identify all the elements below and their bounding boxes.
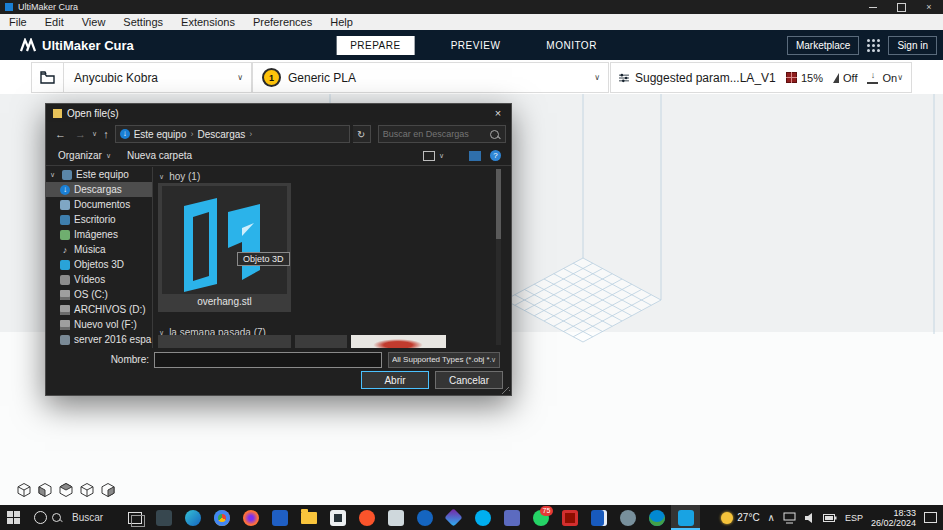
gray-app-button[interactable] bbox=[613, 505, 642, 530]
close-button[interactable]: × bbox=[915, 0, 943, 14]
taskbar-clock[interactable]: 18:33 26/02/2024 bbox=[871, 508, 916, 528]
up-button[interactable]: ↑ bbox=[100, 128, 112, 140]
menu-settings[interactable]: Settings bbox=[114, 14, 172, 30]
menu-bar: File Edit View Settings Extensions Prefe… bbox=[0, 14, 943, 31]
orange-app-button[interactable] bbox=[352, 505, 381, 530]
view-front-icon[interactable] bbox=[37, 482, 53, 498]
purple-app-button[interactable] bbox=[497, 505, 526, 530]
forward-button[interactable]: → bbox=[72, 128, 89, 140]
language-indicator[interactable]: ESP bbox=[845, 513, 863, 523]
hidden-icons-chevron[interactable]: ∧ bbox=[768, 512, 775, 523]
menu-file[interactable]: File bbox=[0, 14, 36, 30]
sidebar-item-server[interactable]: server 2016 espa bbox=[46, 332, 152, 347]
sidebar-item-3d-objects[interactable]: Objetos 3D bbox=[46, 257, 152, 272]
organize-button[interactable]: Organizar∨ bbox=[58, 150, 111, 161]
file-explorer-button[interactable] bbox=[294, 505, 323, 530]
sidebar-item-documents[interactable]: Documentos bbox=[46, 197, 152, 212]
network-icon[interactable] bbox=[783, 512, 796, 524]
resize-grip[interactable] bbox=[502, 386, 510, 394]
taskbar-search[interactable]: Buscar bbox=[26, 505, 120, 530]
sidebar-item-nuevo-vol-f[interactable]: Nuevo vol (F:) bbox=[46, 317, 152, 332]
minimize-button[interactable] bbox=[859, 0, 887, 14]
signin-button[interactable]: Sign in bbox=[888, 36, 937, 55]
view-mode-button[interactable]: ∨ bbox=[423, 151, 444, 161]
volume-icon[interactable] bbox=[804, 512, 815, 524]
breadcrumb-folder[interactable]: Descargas bbox=[197, 129, 245, 140]
cura-app-button[interactable] bbox=[671, 505, 700, 530]
view-3d-icon[interactable] bbox=[16, 482, 32, 498]
new-folder-button[interactable]: Nueva carpeta bbox=[127, 150, 192, 161]
view-top-icon[interactable] bbox=[58, 482, 74, 498]
dialog-search-input[interactable] bbox=[379, 129, 490, 139]
start-button[interactable] bbox=[0, 505, 26, 530]
group-header-today[interactable]: ∨ hoy (1) bbox=[159, 171, 503, 182]
file-item-partial[interactable] bbox=[295, 335, 347, 348]
acrobat-app-button[interactable] bbox=[555, 505, 584, 530]
file-list-scrollbar-thumb[interactable] bbox=[496, 169, 501, 239]
ultimaker-logo-icon bbox=[20, 38, 36, 52]
word-app-button[interactable] bbox=[584, 505, 613, 530]
material-selector[interactable]: 1 Generic PLA ∨ bbox=[252, 62, 609, 93]
sidebar-item-music[interactable]: ♪Música bbox=[46, 242, 152, 257]
chrome-app-button[interactable] bbox=[207, 505, 236, 530]
printer-selector[interactable]: Anycubic Kobra ∨ bbox=[31, 62, 252, 93]
apps-grid-icon[interactable] bbox=[867, 39, 880, 52]
sidebar-item-desktop[interactable]: Escritorio bbox=[46, 212, 152, 227]
menu-preferences[interactable]: Preferences bbox=[244, 14, 321, 30]
file-item-overhang[interactable]: overhang.stl bbox=[158, 183, 291, 312]
tab-prepare[interactable]: PREPARE bbox=[336, 36, 415, 55]
arrow-app-button[interactable] bbox=[642, 505, 671, 530]
history-chevron-icon[interactable]: ∨ bbox=[92, 130, 97, 138]
maximize-button[interactable] bbox=[887, 0, 915, 14]
print-settings-selector[interactable]: Suggested param...LA_V1.0 - 0.2mm 15% Of… bbox=[610, 62, 912, 93]
dialog-close-button[interactable]: × bbox=[485, 104, 511, 122]
calculator-app-button[interactable] bbox=[381, 505, 410, 530]
edge-app-button[interactable] bbox=[178, 505, 207, 530]
battery-icon[interactable] bbox=[823, 513, 837, 523]
mail-app-button[interactable] bbox=[149, 505, 178, 530]
view-left-icon[interactable] bbox=[79, 482, 95, 498]
store-app-button[interactable] bbox=[323, 505, 352, 530]
view-right-icon[interactable] bbox=[100, 482, 116, 498]
clock-time: 18:33 bbox=[893, 508, 916, 518]
menu-view[interactable]: View bbox=[73, 14, 115, 30]
expander-icon[interactable]: ∨ bbox=[50, 171, 58, 179]
sidebar-item-os-c[interactable]: OS (C:) bbox=[46, 287, 152, 302]
menu-help[interactable]: Help bbox=[321, 14, 362, 30]
sidebar-item-this-pc[interactable]: ∨Este equipo bbox=[46, 167, 152, 182]
skype-app-button[interactable] bbox=[468, 505, 497, 530]
blue-app-button[interactable] bbox=[265, 505, 294, 530]
action-center-icon[interactable] bbox=[924, 512, 937, 523]
weather-widget[interactable]: 27°C bbox=[721, 512, 759, 524]
breadcrumb[interactable]: ↓ Este equipo › Descargas › bbox=[115, 125, 350, 143]
firefox-app-button[interactable] bbox=[236, 505, 265, 530]
dialog-search-box[interactable] bbox=[378, 125, 506, 143]
preview-pane-icon[interactable] bbox=[469, 151, 481, 161]
help-icon[interactable]: ? bbox=[490, 150, 501, 161]
sidebar-item-videos[interactable]: Vídeos bbox=[46, 272, 152, 287]
dialog-titlebar[interactable]: Open file(s) × bbox=[46, 104, 511, 122]
breadcrumb-root[interactable]: Este equipo bbox=[134, 129, 187, 140]
thumbnail-fragment bbox=[373, 339, 423, 348]
file-name-input[interactable] bbox=[154, 352, 382, 368]
whatsapp-button[interactable]: 75 bbox=[526, 505, 555, 530]
marketplace-button[interactable]: Marketplace bbox=[787, 36, 859, 55]
open-button[interactable]: Abrir bbox=[361, 371, 429, 389]
paint3d-app-button[interactable] bbox=[439, 505, 468, 530]
sidebar-item-pictures[interactable]: Imágenes bbox=[46, 227, 152, 242]
sidebar-item-downloads[interactable]: ↓Descargas bbox=[46, 182, 152, 197]
blue-circle-app-button[interactable] bbox=[410, 505, 439, 530]
file-item-partial[interactable] bbox=[158, 335, 291, 348]
back-button[interactable]: ← bbox=[52, 128, 69, 140]
file-item-partial[interactable] bbox=[351, 335, 446, 348]
menu-edit[interactable]: Edit bbox=[36, 14, 73, 30]
refresh-button[interactable]: ↻ bbox=[353, 125, 371, 143]
task-view-button[interactable] bbox=[120, 505, 149, 530]
tab-monitor[interactable]: MONITOR bbox=[536, 36, 607, 55]
tab-preview[interactable]: PREVIEW bbox=[441, 36, 511, 55]
cancel-button[interactable]: Cancelar bbox=[435, 371, 503, 389]
menu-extensions[interactable]: Extensions bbox=[172, 14, 244, 30]
file-type-select[interactable]: All Supported Types (*.obj *.stl ∨ bbox=[388, 352, 500, 368]
sidebar-item-archivos-d[interactable]: ARCHIVOS (D:) bbox=[46, 302, 152, 317]
folder-open-icon[interactable] bbox=[40, 71, 55, 84]
